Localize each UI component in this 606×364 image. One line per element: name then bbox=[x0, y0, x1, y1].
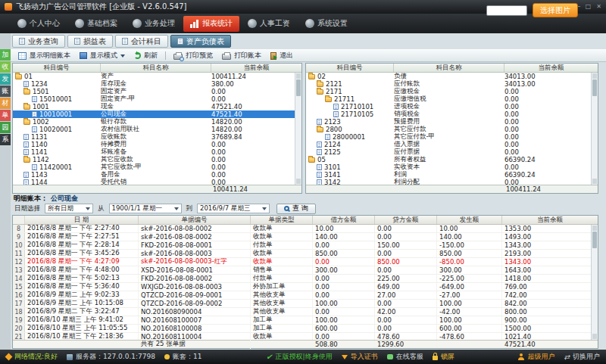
scroll-down-arrow[interactable] bbox=[592, 334, 597, 339]
grid-row[interactable]: 172016/8/9 星期二 上午 10:15:08QTZCD-2016-08-… bbox=[13, 300, 598, 308]
account-code: 02 bbox=[317, 73, 326, 80]
window-controls: ─ □ ✕ bbox=[576, 3, 601, 11]
assets-tree-panel: 科目编号 科目名称 当前余额 01资产100411.241234库存现金380.… bbox=[12, 63, 302, 194]
vertical-scrollbar[interactable] bbox=[591, 225, 598, 340]
account-balance-cell: 0.00 bbox=[211, 88, 301, 95]
scroll-up-arrow[interactable] bbox=[592, 226, 597, 231]
assets-total-row: 100411.24 bbox=[13, 185, 301, 193]
grid-row[interactable]: 92016/8/8 星期一 下午 2:27:51sk#-2016-08-08-0… bbox=[13, 233, 598, 241]
grid-row[interactable]: 102016/8/8 星期一 下午 2:28:14FKD-2016-08-08-… bbox=[13, 241, 598, 250]
scroll-thumb[interactable] bbox=[296, 79, 301, 96]
close-button[interactable]: ✕ bbox=[596, 3, 601, 11]
toolbar-button[interactable]: 打印账本 bbox=[217, 50, 266, 61]
chevron-down-icon bbox=[262, 207, 267, 213]
toolbar-button[interactable]: 显示明细账本 bbox=[14, 50, 75, 61]
tab[interactable]: 会计科目 bbox=[115, 35, 168, 48]
side-strip-tile[interactable]: 材 bbox=[0, 98, 11, 109]
doc-number-cell: XSD-2016-08-08-0001 bbox=[139, 266, 251, 274]
date-cell: 2016/8/8 星期一 下午 2:27:40 bbox=[25, 225, 139, 232]
doc-count: 共有 25 张单据 bbox=[139, 340, 251, 349]
grid-row[interactable]: 202016/8/10 星期三 上午 11:05:55NO.2016081000… bbox=[13, 325, 598, 333]
toolbar-button[interactable]: 退出 bbox=[266, 50, 298, 61]
scroll-up-arrow[interactable] bbox=[296, 73, 301, 79]
search-icon bbox=[284, 206, 289, 211]
ribbon-item[interactable]: 个人中心 bbox=[11, 16, 67, 32]
vertical-scrollbar[interactable] bbox=[591, 73, 598, 185]
account-balance-cell: 0.00 bbox=[504, 148, 598, 156]
debit-cell: 10.00 bbox=[313, 225, 375, 232]
import-cert[interactable]: 导入证书 bbox=[342, 352, 378, 362]
tree-row[interactable]: 1144受托代销0.00 bbox=[13, 179, 301, 185]
search-input[interactable] bbox=[486, 5, 527, 16]
network-status: 网络情况:良好 bbox=[6, 352, 58, 362]
tab[interactable]: 资产负债表 bbox=[170, 35, 231, 48]
scroll-down-arrow[interactable] bbox=[296, 179, 301, 184]
ribbon-item[interactable]: 业务处理 bbox=[126, 16, 182, 32]
ribbon-item[interactable]: 基础档案 bbox=[68, 16, 124, 32]
select-image-button[interactable]: 选择图片 bbox=[533, 3, 578, 17]
maximize-button[interactable]: □ bbox=[586, 3, 592, 11]
side-strip-tile[interactable]: 加 bbox=[0, 49, 11, 61]
ribbon-item[interactable]: 系统设置 bbox=[298, 16, 355, 32]
query-button[interactable]: 查 询 bbox=[276, 204, 316, 214]
ribbon-item[interactable]: 报表统计 bbox=[183, 16, 239, 32]
file-icon bbox=[32, 96, 37, 102]
doc-type-cell: 加工单 bbox=[251, 325, 313, 332]
account-code: 3141 bbox=[324, 171, 341, 179]
online-service[interactable]: 在线客服 bbox=[387, 352, 423, 362]
date-from-select[interactable]: 1900/1/1 星期一 bbox=[109, 204, 182, 213]
account-code-cell: 2125 bbox=[306, 148, 394, 156]
file-icon bbox=[32, 126, 37, 132]
vertical-scrollbar[interactable] bbox=[295, 73, 301, 185]
tab[interactable]: 损益表 bbox=[67, 35, 113, 48]
refresh-icon bbox=[134, 52, 141, 59]
side-strip-tile[interactable]: 单 bbox=[0, 110, 11, 121]
column-header-balance: 当前余额 bbox=[211, 64, 301, 72]
doc-number-cell: FKD-2016-08-08-0001 bbox=[139, 241, 251, 249]
change-cell: 300.00 bbox=[437, 266, 502, 274]
toolbar-button[interactable]: 显示模式 bbox=[75, 50, 130, 61]
row-number-cell: 12 bbox=[13, 258, 25, 266]
lock-screen[interactable]: 锁屏 bbox=[433, 352, 454, 362]
grid-row[interactable]: 132016/8/8 星期一 下午 4:48:00XSD-2016-08-08-… bbox=[13, 266, 598, 275]
row-number-cell: 14 bbox=[13, 275, 25, 282]
grid-row[interactable]: 162016/8/9 星期二 上午 9:02:33QTZCD-2016-08-0… bbox=[13, 291, 598, 300]
grid-row[interactable]: 142016/8/8 星期一 下午 5:02:13FKD-2016-08-08-… bbox=[13, 275, 598, 283]
statusbar: 网络情况:良好 服务器：127.0.0.1:7798 账套：11 正版授权|终身… bbox=[0, 350, 606, 364]
grid-row[interactable]: 182016/8/9 星期二 下午 3:22:47NO.201608090004… bbox=[13, 308, 598, 316]
detail-ledger-label: 明细账本： bbox=[14, 194, 48, 204]
grid-row[interactable]: 122016/8/8 星期一 下午 4:27:09sk#-2016-08-08-… bbox=[13, 258, 598, 266]
side-strip-tile[interactable]: 园 bbox=[0, 122, 11, 133]
side-strip-tile[interactable]: 发 bbox=[0, 73, 11, 85]
date-cell: 2016/8/8 星期一 下午 2:27:51 bbox=[25, 233, 139, 241]
account-name-cell: 受托代销 bbox=[101, 178, 211, 185]
date-cell: 2016/8/10 星期三 上午 11:05:55 bbox=[25, 325, 139, 332]
account-balance-cell: 47521.40 bbox=[211, 103, 301, 110]
scroll-thumb[interactable] bbox=[592, 79, 597, 96]
grid-row[interactable]: 112016/8/8 星期一 下午 3:45:26sk#-2016-08-08-… bbox=[13, 250, 598, 258]
account-balance-cell: 14820.00 bbox=[211, 118, 301, 126]
ribbon-item[interactable]: 人事工资 bbox=[241, 16, 297, 32]
side-strip-tile[interactable]: 收 bbox=[0, 61, 11, 73]
tab[interactable]: 业务查询 bbox=[12, 35, 65, 48]
date-mode-select[interactable]: 所有日期 bbox=[45, 204, 93, 213]
grid-row[interactable]: 82016/8/8 星期一 下午 2:27:40sk#-2016-08-08-0… bbox=[13, 225, 598, 233]
toolbar-button-label: 显示模式 bbox=[90, 51, 117, 61]
scroll-up-arrow[interactable] bbox=[592, 73, 597, 79]
side-strip-tile[interactable]: 账 bbox=[0, 86, 11, 97]
grid-row[interactable]: 212016/8/10 星期三 下午 2:18:36NO.20160811000… bbox=[13, 333, 598, 340]
scroll-down-arrow[interactable] bbox=[592, 179, 597, 184]
grid-row[interactable]: 152016/8/8 星期一 下午 5:36:40WXJGD-2016-08-0… bbox=[13, 283, 598, 291]
date-to-select[interactable]: 2016/9/7 星期三 bbox=[197, 204, 270, 213]
switch-user[interactable]: 切换用户 bbox=[564, 352, 600, 362]
grid-row[interactable]: 192016/8/10 星期三 上午 9:41:02NO.20160810000… bbox=[13, 316, 598, 325]
tree-row[interactable]: 3142利润分配0.00 bbox=[306, 179, 598, 185]
ribbon-item-label: 业务处理 bbox=[145, 18, 175, 29]
server-icon bbox=[67, 354, 73, 360]
toolbar-button[interactable]: 刷新 bbox=[130, 50, 162, 61]
report-sheet-icon bbox=[74, 38, 80, 45]
toolbar-button[interactable]: 打印预览 bbox=[169, 50, 217, 61]
side-strip-tile[interactable]: 系 bbox=[0, 134, 11, 145]
date-cell: 2016/8/10 星期三 下午 2:18:36 bbox=[25, 333, 139, 340]
scroll-thumb[interactable] bbox=[592, 232, 597, 248]
